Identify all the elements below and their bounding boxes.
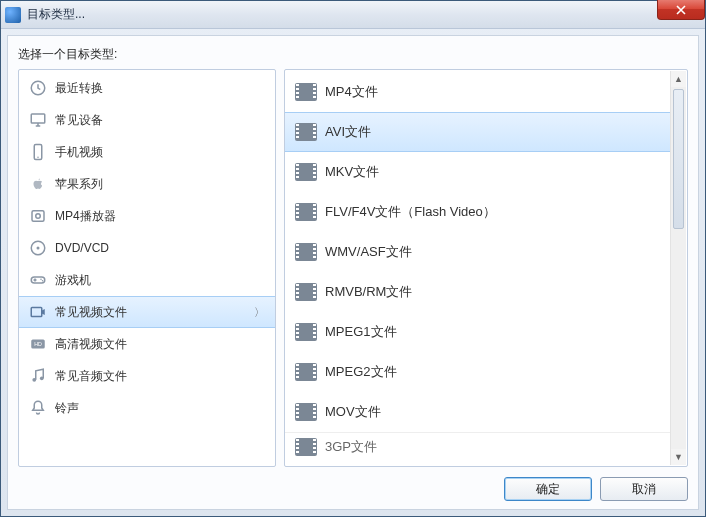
cancel-button[interactable]: 取消 bbox=[600, 477, 688, 501]
dialog-window: 目标类型... 选择一个目标类型: 最近转换 bbox=[0, 0, 706, 517]
button-bar: 确定 取消 bbox=[18, 477, 688, 501]
format-list[interactable]: MP4文件 AVI文件 MKV文件 FLV/F4V文件（Flash Video） bbox=[285, 70, 687, 466]
bell-icon bbox=[29, 399, 47, 417]
music-icon bbox=[29, 367, 47, 385]
category-label: DVD/VCD bbox=[55, 241, 109, 255]
category-label: 铃声 bbox=[55, 400, 79, 417]
format-item-3gp[interactable]: 3GP文件 bbox=[285, 432, 670, 460]
player-icon bbox=[29, 207, 47, 225]
disc-icon bbox=[29, 239, 47, 257]
scrollbar[interactable]: ▲ ▼ bbox=[670, 71, 686, 465]
format-item-flv[interactable]: FLV/F4V文件（Flash Video） bbox=[285, 192, 670, 232]
category-devices[interactable]: 常见设备 bbox=[19, 104, 275, 136]
window-title: 目标类型... bbox=[27, 6, 85, 23]
app-icon bbox=[5, 7, 21, 23]
monitor-icon bbox=[29, 111, 47, 129]
format-label: MKV文件 bbox=[325, 163, 379, 181]
film-icon bbox=[295, 203, 317, 221]
panels: 最近转换 常见设备 手机视频 bbox=[18, 69, 688, 467]
category-audio[interactable]: 常见音频文件 bbox=[19, 360, 275, 392]
category-mobile[interactable]: 手机视频 bbox=[19, 136, 275, 168]
svg-point-5 bbox=[36, 214, 41, 219]
category-ringtone[interactable]: 铃声 bbox=[19, 392, 275, 424]
format-label: WMV/ASF文件 bbox=[325, 243, 412, 261]
category-label: 手机视频 bbox=[55, 144, 103, 161]
film-icon bbox=[295, 438, 317, 456]
gamepad-icon bbox=[29, 271, 47, 289]
category-apple[interactable]: 苹果系列 bbox=[19, 168, 275, 200]
client-area: 选择一个目标类型: 最近转换 常见设备 bbox=[7, 35, 699, 510]
film-icon bbox=[295, 363, 317, 381]
film-icon bbox=[295, 323, 317, 341]
svg-text:HD: HD bbox=[34, 341, 42, 347]
category-label: 常见设备 bbox=[55, 112, 103, 129]
film-icon bbox=[295, 163, 317, 181]
svg-rect-11 bbox=[31, 308, 42, 317]
format-label: RMVB/RM文件 bbox=[325, 283, 412, 301]
chevron-right-icon: 〉 bbox=[254, 305, 265, 320]
film-icon bbox=[295, 83, 317, 101]
film-icon bbox=[295, 403, 317, 421]
format-item-avi[interactable]: AVI文件 bbox=[285, 112, 670, 152]
svg-point-7 bbox=[37, 247, 40, 250]
category-game[interactable]: 游戏机 bbox=[19, 264, 275, 296]
category-label: 苹果系列 bbox=[55, 176, 103, 193]
svg-point-15 bbox=[40, 376, 44, 380]
format-label: MPEG1文件 bbox=[325, 323, 397, 341]
ok-button[interactable]: 确定 bbox=[504, 477, 592, 501]
scroll-down-icon[interactable]: ▼ bbox=[671, 449, 686, 465]
format-item-wmv[interactable]: WMV/ASF文件 bbox=[285, 232, 670, 272]
scroll-thumb[interactable] bbox=[673, 89, 684, 229]
category-panel: 最近转换 常见设备 手机视频 bbox=[18, 69, 276, 467]
svg-rect-1 bbox=[31, 114, 45, 123]
apple-icon bbox=[29, 175, 47, 193]
format-panel: MP4文件 AVI文件 MKV文件 FLV/F4V文件（Flash Video） bbox=[284, 69, 688, 467]
film-icon bbox=[295, 283, 317, 301]
category-label: 常见音频文件 bbox=[55, 368, 127, 385]
format-item-mp4[interactable]: MP4文件 bbox=[285, 72, 670, 112]
close-button[interactable] bbox=[657, 0, 705, 20]
prompt-label: 选择一个目标类型: bbox=[18, 46, 688, 63]
svg-point-3 bbox=[37, 157, 39, 159]
category-label: 最近转换 bbox=[55, 80, 103, 97]
video-icon bbox=[29, 303, 47, 321]
svg-point-10 bbox=[42, 280, 44, 282]
format-label: 3GP文件 bbox=[325, 438, 377, 456]
category-label: 常见视频文件 bbox=[55, 304, 127, 321]
format-item-mov[interactable]: MOV文件 bbox=[285, 392, 670, 432]
category-mp4player[interactable]: MP4播放器 bbox=[19, 200, 275, 232]
format-item-mpeg2[interactable]: MPEG2文件 bbox=[285, 352, 670, 392]
film-icon bbox=[295, 243, 317, 261]
format-item-mpeg1[interactable]: MPEG1文件 bbox=[285, 312, 670, 352]
category-video[interactable]: 常见视频文件 〉 bbox=[19, 296, 275, 328]
category-hd[interactable]: HD 高清视频文件 bbox=[19, 328, 275, 360]
svg-rect-8 bbox=[31, 277, 45, 283]
film-icon bbox=[295, 123, 317, 141]
svg-point-9 bbox=[40, 279, 42, 281]
svg-rect-4 bbox=[32, 211, 44, 222]
phone-icon bbox=[29, 143, 47, 161]
format-item-rmvb[interactable]: RMVB/RM文件 bbox=[285, 272, 670, 312]
clock-icon bbox=[29, 79, 47, 97]
category-label: 高清视频文件 bbox=[55, 336, 127, 353]
category-list[interactable]: 最近转换 常见设备 手机视频 bbox=[19, 70, 275, 466]
category-recent[interactable]: 最近转换 bbox=[19, 72, 275, 104]
format-label: FLV/F4V文件（Flash Video） bbox=[325, 203, 496, 221]
category-label: MP4播放器 bbox=[55, 208, 116, 225]
format-label: MPEG2文件 bbox=[325, 363, 397, 381]
format-label: MOV文件 bbox=[325, 403, 381, 421]
format-label: MP4文件 bbox=[325, 83, 378, 101]
format-label: AVI文件 bbox=[325, 123, 371, 141]
svg-point-14 bbox=[32, 378, 36, 382]
category-dvd[interactable]: DVD/VCD bbox=[19, 232, 275, 264]
hd-icon: HD bbox=[29, 335, 47, 353]
title-bar[interactable]: 目标类型... bbox=[1, 1, 705, 29]
scroll-up-icon[interactable]: ▲ bbox=[671, 71, 686, 87]
category-label: 游戏机 bbox=[55, 272, 91, 289]
format-item-mkv[interactable]: MKV文件 bbox=[285, 152, 670, 192]
